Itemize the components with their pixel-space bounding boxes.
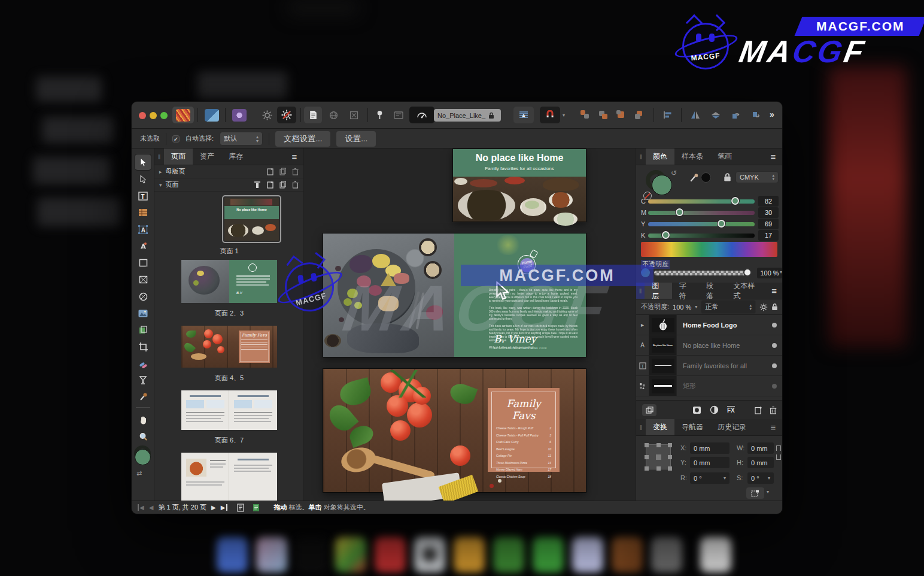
tab-navigator[interactable]: 导航器 [674,419,710,435]
black-value[interactable]: 17 [758,230,779,241]
place-image-tool[interactable] [135,305,151,321]
alignment-button[interactable] [659,107,676,123]
move-tool[interactable] [135,154,151,170]
table-tool[interactable] [135,205,151,220]
yellow-value[interactable]: 69 [758,219,779,229]
tab-transform[interactable]: 变换 [646,419,674,435]
tab-stroke[interactable]: 笔画 [710,148,739,165]
opacity-slider[interactable] [654,271,750,275]
opacity-dropdown-chevron[interactable]: ▾ [695,304,697,310]
transform-mode-button[interactable] [746,487,764,499]
tab-swatches[interactable]: 样本条 [674,148,710,165]
tab-color[interactable]: 颜色 [646,148,674,165]
slider-handle[interactable] [731,197,739,205]
black-slider[interactable] [648,234,755,238]
close-window-button[interactable] [139,112,146,119]
layer-row-no-place-like-home[interactable]: A No place like Home No place like Home [636,335,782,356]
blend-mode-dropdown[interactable]: 正常 ▴▾ [701,300,756,314]
layer-opacity-value[interactable]: 100 % [673,304,691,311]
frame-text-tool[interactable]: T [135,188,151,204]
designer-persona-button[interactable] [201,107,223,123]
layer-visibility-dot[interactable] [772,363,777,368]
panel-menu-icon[interactable]: ≡ [764,419,782,435]
picture-frame-ellipse-tool[interactable] [135,289,151,304]
trash-icon[interactable] [292,168,299,175]
page-indicator[interactable]: 第 1 页, 共 20 页 [158,503,206,512]
auto-select-checkbox[interactable]: ✓ [172,135,180,143]
layer-visibility-dot[interactable] [772,323,777,328]
opacity-value[interactable]: 100 % [757,268,782,278]
page-thumbnail-1[interactable]: No place like Home [224,198,279,241]
settings-button[interactable]: 设置... [336,131,376,147]
opacity-chevron-icon[interactable]: ▾ [780,269,782,275]
slider-handle[interactable] [718,220,725,228]
edit-all-layers-button[interactable] [642,404,656,416]
auto-select-dropdown[interactable]: 默认 ▴▾ [220,132,263,145]
cyan-value[interactable]: 82 [758,196,779,207]
opacity-handle[interactable] [743,268,752,277]
rectangle-tool[interactable] [135,255,151,271]
artistic-text-tool[interactable]: A [135,222,151,237]
s-field[interactable]: 0 °▾ [747,472,774,484]
anchor-point-selector[interactable] [646,444,671,469]
color-lock-icon[interactable] [724,172,731,183]
panel-grip-icon[interactable]: ‖ [636,283,645,299]
margins-button[interactable] [390,107,407,123]
color-picker-tool[interactable] [135,389,151,405]
single-page-view-button[interactable] [304,107,322,123]
picked-color-swatch[interactable] [701,172,711,183]
photo-persona-button[interactable] [229,107,250,123]
layer-settings-gear-icon[interactable] [759,303,768,311]
tab-assets[interactable]: 资产 [193,148,221,165]
master-pages-section[interactable]: ▸ 母版页 [154,165,303,178]
layer-row-family-favorites[interactable]: T Family favorites for all [636,356,782,376]
move-backward-button[interactable] [613,107,629,123]
spread-intro[interactable]: HomeFood Dorothy had a point - there's n… [323,234,586,357]
preview-mode-button[interactable] [409,107,434,123]
panel-menu-icon[interactable]: ≡ [764,148,782,165]
yellow-slider[interactable] [648,222,755,226]
x-field[interactable]: 0 mm [690,442,730,454]
move-to-back-button[interactable] [631,107,647,123]
page-thumbnail-2-3[interactable]: B.V [181,260,277,303]
minimize-window-button[interactable] [150,112,157,119]
fill-swatch[interactable] [135,449,151,465]
text-frame-properties-button[interactable]: A [513,107,534,123]
snapping-dropdown[interactable]: ▾ [560,107,567,123]
document-title-field[interactable]: No_Place_Like_ [434,109,501,122]
document-canvas[interactable]: No place like Home Family favorites for … [304,148,636,501]
collapse-chevron-icon[interactable]: ▾ [159,182,162,188]
flip-vertical-button[interactable] [707,107,724,123]
asset-manager-gear-button[interactable] [277,107,296,123]
spread-menu[interactable]: Family Favs Cheese Twists - Rough Puff2 … [323,369,586,492]
move-forward-button[interactable] [595,107,611,123]
first-page-button[interactable]: ◀ [138,504,144,511]
magenta-slider[interactable] [648,211,755,215]
tab-history[interactable]: 历史记录 [710,419,753,435]
fill-color-circle[interactable] [652,175,672,195]
tab-pages[interactable]: 页面 [164,148,193,165]
page-thumbnail-6-7[interactable] [181,390,277,430]
spread-cover[interactable]: No place like Home Family favorites for … [453,149,586,222]
panel-grip-icon[interactable]: ‖ [636,148,646,165]
page-thumbnail-8-9[interactable] [181,453,277,501]
duplicate-page-icon[interactable] [279,181,287,189]
add-page-icon[interactable] [267,181,274,189]
mask-icon[interactable] [692,406,701,414]
y-field[interactable]: 0 mm [690,457,730,468]
clip-view-button[interactable] [345,107,363,123]
slider-handle[interactable] [662,231,670,239]
swap-colors-arrows[interactable]: ⇄ [136,469,142,477]
panel-grip-icon[interactable]: ‖ [636,419,646,435]
crop-tool[interactable] [135,339,151,354]
asset-tool[interactable] [135,322,151,338]
aspect-link-icon[interactable] [776,445,781,466]
expand-chevron-icon[interactable]: ▸ [159,169,162,175]
publisher-persona-button[interactable] [172,107,194,123]
w-field[interactable]: 0 mm [747,442,774,454]
color-spectrum-bar[interactable] [641,242,777,257]
panel-grip-icon[interactable]: ‖ [154,148,164,165]
color-picker-dropper[interactable] [689,172,700,184]
layer-lock-icon[interactable] [771,303,778,311]
h-field[interactable]: 0 mm [747,457,774,468]
